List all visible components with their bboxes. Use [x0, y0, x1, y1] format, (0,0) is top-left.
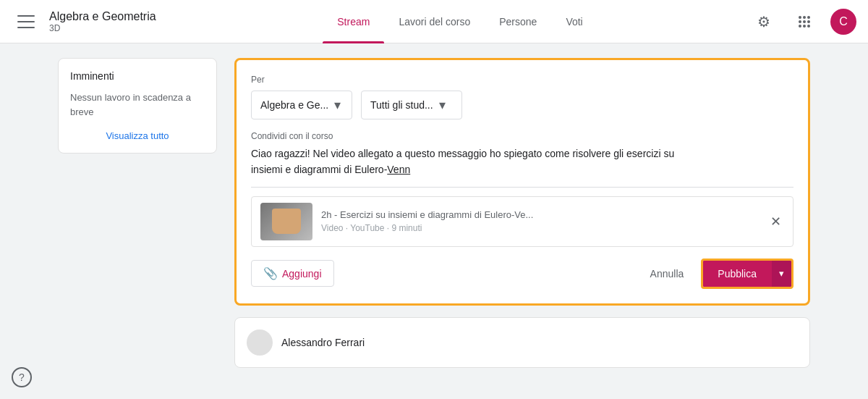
apps-button[interactable]	[790, 7, 819, 36]
post-text-venn: Venn	[387, 164, 410, 175]
tab-stream[interactable]: Stream	[323, 0, 384, 43]
class-dropdown[interactable]: Algebra e Ge... ▾	[251, 91, 352, 119]
menu-button[interactable]	[12, 7, 41, 36]
paperclip-icon: 📎	[263, 266, 278, 280]
attachment-info: 2h - Esercizi su insiemi e diagrammi di …	[321, 209, 759, 233]
dropdowns-row: Algebra e Ge... ▾ Tutti gli stud... ▾	[251, 91, 793, 119]
main-content: Imminenti Nessun lavoro in scadenza a br…	[0, 43, 868, 382]
header-left: Algebra e Geometria 3D	[12, 7, 171, 36]
app-header: Algebra e Geometria 3D Stream Lavori del…	[0, 0, 868, 43]
add-button-label: Aggiungi	[282, 268, 322, 280]
attachment-card: 2h - Esercizi su insiemi e diagrammi di …	[251, 196, 793, 247]
class-dropdown-arrow: ▾	[334, 97, 341, 113]
tab-lavori[interactable]: Lavori del corso	[384, 0, 485, 43]
pubblica-dropdown-button[interactable]: ▾	[771, 261, 791, 287]
tab-voti[interactable]: Voti	[551, 0, 597, 43]
gear-icon: ⚙	[757, 13, 770, 30]
share-label: Condividi con il corso	[251, 131, 793, 141]
add-button[interactable]: 📎 Aggiungi	[251, 260, 334, 287]
sidebar-empty-text: Nessun lavoro in scadenza a breve	[70, 91, 205, 119]
students-dropdown-arrow: ▾	[439, 97, 446, 113]
thumbnail-inner	[260, 203, 312, 240]
post-text-line1: Ciao ragazzi! Nel video allegato a quest…	[251, 148, 674, 159]
app-title-sub: 3D	[49, 23, 156, 33]
students-dropdown[interactable]: Tutti gli stud... ▾	[361, 91, 462, 119]
bottom-name: Alessandro Ferrari	[281, 337, 365, 348]
class-dropdown-label: Algebra e Ge...	[260, 99, 328, 111]
sidebar-card: Imminenti Nessun lavoro in scadenza a br…	[58, 58, 217, 154]
per-label: Per	[251, 75, 793, 85]
header-right: ⚙ C	[749, 7, 856, 36]
bottom-avatar	[247, 329, 273, 356]
post-actions-right: Annulla Pubblica ▾	[642, 259, 793, 289]
settings-button[interactable]: ⚙	[749, 7, 778, 36]
app-title: Algebra e Geometria 3D	[49, 10, 156, 33]
annulla-button[interactable]: Annulla	[642, 262, 693, 285]
post-area: Per Algebra e Ge... ▾ Tutti gli stud... …	[234, 58, 810, 368]
bottom-card: Alessandro Ferrari	[234, 317, 810, 368]
post-form-card: Per Algebra e Ge... ▾ Tutti gli stud... …	[234, 58, 810, 306]
chevron-down-icon: ▾	[779, 268, 784, 279]
attachment-thumbnail	[260, 203, 312, 240]
thumbnail-hand	[272, 209, 301, 234]
text-divider	[251, 187, 793, 188]
attachment-title: 2h - Esercizi su insiemi e diagrammi di …	[321, 209, 668, 220]
post-text-line2: insiemi e diagrammi di Eulero-Venn	[251, 164, 410, 175]
attachment-subtitle: Video · YouTube · 9 minuti	[321, 223, 759, 233]
sidebar-card-title: Imminenti	[70, 70, 205, 82]
hamburger-icon	[17, 13, 35, 30]
pubblica-button[interactable]: Pubblica	[703, 261, 771, 287]
avatar[interactable]: C	[830, 9, 856, 35]
help-button[interactable]: ?	[12, 367, 32, 382]
pubblica-wrapper: Pubblica ▾	[701, 259, 793, 289]
sidebar: Imminenti Nessun lavoro in scadenza a br…	[58, 58, 217, 368]
header-nav: Stream Lavori del corso Persone Voti	[171, 0, 749, 43]
students-dropdown-label: Tutti gli stud...	[370, 99, 433, 111]
app-title-main: Algebra e Geometria	[49, 10, 156, 23]
tab-persone[interactable]: Persone	[485, 0, 551, 43]
post-actions: 📎 Aggiungi Annulla Pubblica ▾	[251, 259, 793, 289]
grid-icon	[799, 16, 810, 28]
post-text: Ciao ragazzi! Nel video allegato a quest…	[251, 146, 793, 178]
close-icon[interactable]: ✕	[767, 211, 784, 232]
view-all-link[interactable]: Visualizza tutto	[70, 130, 205, 141]
